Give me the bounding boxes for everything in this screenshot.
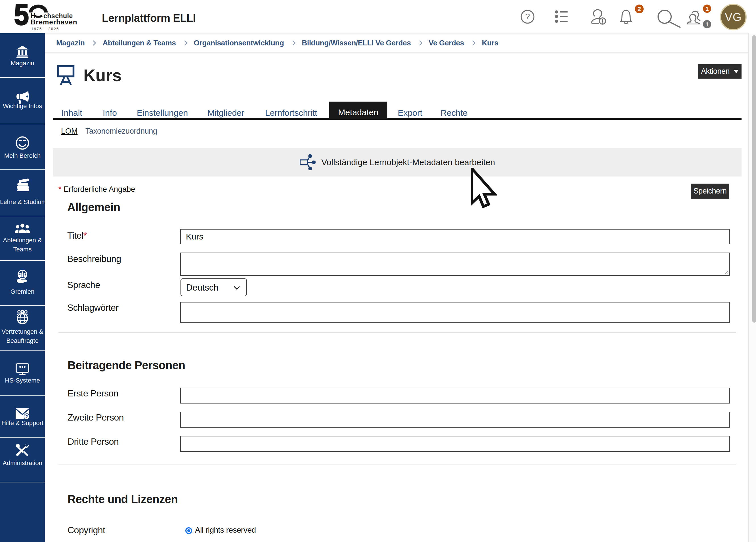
svg-text:?: ? bbox=[26, 414, 28, 419]
svg-text:?: ? bbox=[525, 12, 530, 21]
